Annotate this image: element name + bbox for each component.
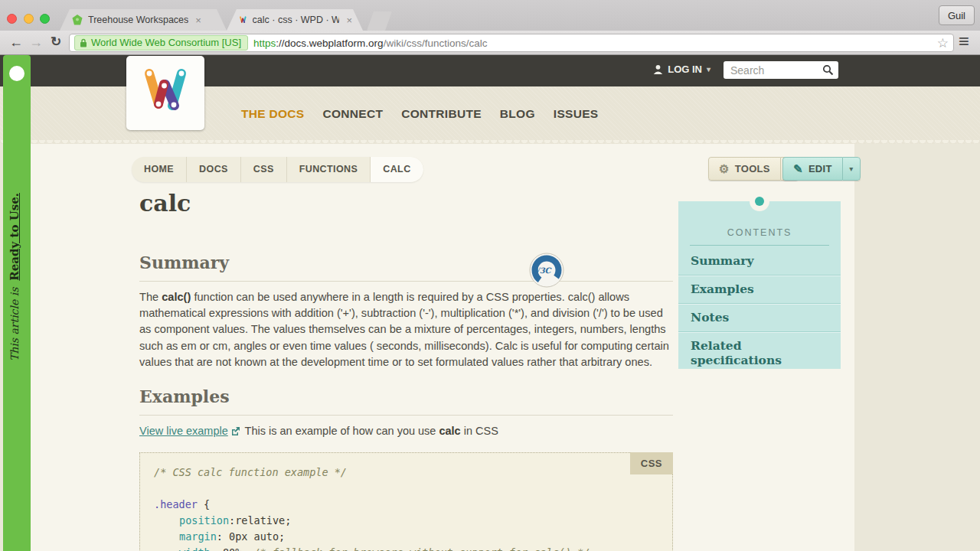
- ribbon-text: This article isReady to Use.: [8, 193, 21, 361]
- tab-strip: Treehouse Workspaces × calc · css · WPD …: [0, 0, 980, 31]
- window-zoom-button[interactable]: [40, 14, 50, 24]
- login-button[interactable]: LOG IN ▾: [653, 64, 710, 75]
- nav-the-docs[interactable]: THE DOCS: [241, 107, 305, 121]
- ribbon-hole: [9, 66, 24, 81]
- url-host: ://docs.webplatform.org: [276, 37, 383, 49]
- search-input[interactable]: [724, 61, 838, 79]
- breadcrumb-docs[interactable]: DOCS: [186, 157, 240, 182]
- reload-button[interactable]: ↻: [51, 32, 61, 52]
- site-search: [724, 61, 838, 79]
- code-line: position:relative;: [154, 513, 658, 529]
- tab-close-icon[interactable]: ×: [195, 15, 201, 25]
- page-title: calc: [139, 190, 191, 217]
- edit-button[interactable]: ✎ EDIT: [782, 157, 842, 181]
- lock-icon: [80, 38, 87, 47]
- contents-list: Summary Examples Notes Related specifica…: [678, 247, 841, 374]
- contents-link-examples[interactable]: Examples: [678, 276, 841, 304]
- tab-treehouse-workspaces[interactable]: Treehouse Workspaces ×: [60, 9, 227, 31]
- w3c-badge-label: W3C: [531, 266, 551, 275]
- code-line: width: 80%; /* fallback for browsers wit…: [154, 545, 658, 551]
- tools-label: TOOLS: [735, 163, 770, 174]
- examples-heading: Examples: [139, 386, 230, 406]
- external-link-icon: [231, 427, 240, 435]
- contents-panel: CONTENTS Summary Examples Notes Related …: [678, 201, 841, 369]
- person-icon: [653, 64, 663, 74]
- tab-close-icon[interactable]: ×: [346, 15, 352, 25]
- breadcrumb-calc[interactable]: CALC: [370, 157, 423, 182]
- window-minimize-button[interactable]: [24, 14, 34, 24]
- code-line: /* CSS calc function example */: [154, 465, 658, 481]
- nav-contribute[interactable]: CONTRIBUTE: [401, 107, 482, 121]
- nav-connect[interactable]: CONNECT: [323, 107, 384, 121]
- tab-title: Treehouse Workspaces: [88, 15, 188, 25]
- url-text: https://docs.webplatform.org/wiki/css/fu…: [253, 37, 937, 49]
- contents-divider: [690, 245, 829, 246]
- new-tab-button[interactable]: [367, 11, 392, 31]
- bookmark-star-icon[interactable]: ☆: [937, 35, 949, 51]
- address-bar[interactable]: World Wide Web Consortium [US] https://d…: [69, 34, 954, 52]
- view-live-example-link[interactable]: View live example: [139, 425, 228, 437]
- example-intro: View live example This is an example of …: [139, 425, 675, 437]
- summary-divider: [139, 281, 673, 282]
- login-caret-icon: ▾: [707, 65, 710, 73]
- summary-heading: Summary: [139, 253, 229, 272]
- search-icon[interactable]: [822, 64, 834, 76]
- tools-button[interactable]: ⚙ TOOLS: [708, 157, 780, 181]
- treehouse-icon: [72, 15, 83, 25]
- breadcrumb-css[interactable]: CSS: [240, 157, 286, 182]
- login-label: LOG IN: [668, 64, 702, 75]
- forward-button[interactable]: →: [29, 32, 43, 52]
- code-language-tag: CSS: [630, 452, 673, 474]
- tab-title: calc · css · WPD · WebPlat: [253, 15, 340, 25]
- contents-link-notes[interactable]: Notes: [678, 304, 841, 332]
- ev-badge-label: World Wide Web Consortium [US]: [91, 37, 241, 48]
- webplatform-logo[interactable]: [126, 56, 204, 130]
- pencil-icon: ✎: [793, 162, 803, 176]
- gear-icon: ⚙: [719, 162, 730, 176]
- ev-certificate-badge[interactable]: World Wide Web Consortium [US]: [74, 35, 248, 51]
- url-path: /wiki/css/functions/calc: [384, 37, 488, 49]
- contents-link-related-specifications[interactable]: Related specifications: [678, 332, 841, 374]
- content-card: HOME DOCS CSS FUNCTIONS CALC ⚙ TOOLS ▾ ✎…: [31, 144, 854, 551]
- nav-issues[interactable]: ISSUES: [554, 107, 599, 121]
- browser-menu-icon[interactable]: ≡: [959, 32, 974, 52]
- webplatform-icon: [239, 15, 247, 26]
- window-close-button[interactable]: [7, 14, 17, 24]
- ribbon-prefix: This article is: [8, 288, 21, 361]
- ribbon-status: Ready to Use.: [8, 193, 21, 281]
- back-button[interactable]: ←: [9, 32, 23, 52]
- nav-blog[interactable]: BLOG: [500, 107, 535, 121]
- edit-label: EDIT: [808, 163, 832, 174]
- site-nav: THE DOCS CONNECT CONTRIBUTE BLOG ISSUES: [241, 107, 599, 121]
- tab-calc-css-wpd[interactable]: calc · css · WPD · WebPlat ×: [227, 9, 363, 31]
- url-scheme: https: [253, 37, 276, 49]
- code-line: margin: 0px auto;: [154, 529, 658, 545]
- webplatform-w-icon: [140, 66, 191, 121]
- breadcrumb-home[interactable]: HOME: [132, 157, 186, 182]
- breadcrumb-functions[interactable]: FUNCTIONS: [286, 157, 371, 182]
- w3c-badge[interactable]: W3C: [529, 253, 564, 288]
- edit-button-group: ✎ EDIT ▾: [782, 157, 861, 181]
- summary-paragraph: The calc() function can be used anywhere…: [139, 289, 675, 370]
- code-line: [154, 481, 658, 497]
- code-line: .header {: [154, 497, 658, 513]
- contents-link-summary[interactable]: Summary: [678, 247, 841, 276]
- contents-dot-icon: [755, 197, 764, 206]
- profile-button[interactable]: Guil: [939, 5, 975, 25]
- contents-title: CONTENTS: [678, 227, 841, 238]
- code-block: CSS /* CSS calc function example */ .hea…: [139, 452, 673, 551]
- examples-divider: [139, 415, 673, 416]
- browser-window: Treehouse Workspaces × calc · css · WPD …: [0, 0, 980, 551]
- edit-dropdown-button[interactable]: ▾: [842, 157, 861, 181]
- breadcrumb: HOME DOCS CSS FUNCTIONS CALC: [132, 157, 423, 182]
